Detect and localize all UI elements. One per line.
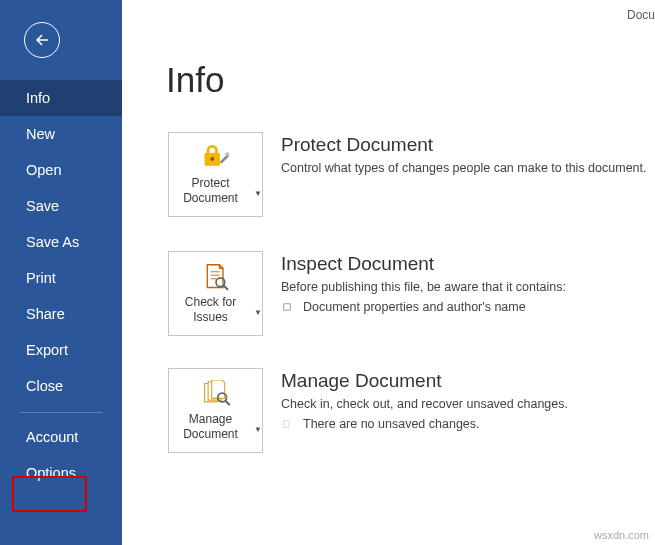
section-inspect: Check for Issues ▼ Inspect Document Befo…: [168, 251, 647, 336]
nav-label: Close: [26, 378, 63, 394]
chevron-down-icon: ▼: [254, 425, 262, 435]
svg-point-2: [225, 152, 229, 156]
nav-item-new[interactable]: New: [0, 116, 122, 152]
section-protect: Protect Document ▼ Protect Document Cont…: [168, 132, 647, 217]
section-desc: Before publishing this file, be aware th…: [281, 278, 566, 297]
nav-label: Open: [26, 162, 61, 178]
protect-document-button[interactable]: Protect Document ▼: [168, 132, 263, 217]
bullet-row: There are no unsaved changes.: [281, 417, 568, 431]
documents-search-icon: [201, 379, 231, 409]
nav-item-info[interactable]: Info: [0, 80, 122, 116]
nav-label: Info: [26, 90, 50, 106]
nav-label: Options: [26, 465, 76, 481]
nav-item-save-as[interactable]: Save As: [0, 224, 122, 260]
section-manage: Manage Document ▼ Manage Document Check …: [168, 368, 647, 453]
nav-item-print[interactable]: Print: [0, 260, 122, 296]
nav-label: Share: [26, 306, 65, 322]
section-desc: Control what types of changes people can…: [281, 159, 647, 178]
section-title: Manage Document: [281, 370, 568, 392]
section-desc: Check in, check out, and recover unsaved…: [281, 395, 568, 414]
nav-item-account[interactable]: Account: [0, 419, 122, 455]
nav-item-close[interactable]: Close: [0, 368, 122, 404]
nav-label: Print: [26, 270, 56, 286]
document-search-icon: [202, 262, 230, 292]
svg-rect-6: [284, 420, 289, 427]
check-for-issues-button[interactable]: Check for Issues ▼: [168, 251, 263, 336]
doc-title-partial: Docu: [627, 8, 655, 22]
lock-key-icon: [201, 143, 231, 173]
chevron-down-icon: ▼: [254, 308, 262, 318]
card-label: Check for Issues ▼: [169, 295, 262, 325]
doc-bullet-icon: [283, 420, 291, 428]
card-label: Manage Document ▼: [169, 412, 262, 442]
main-area: Docu Info Protect Document ▼ Protect Doc…: [122, 0, 655, 545]
sidebar: Info New Open Save Save As Print Share E…: [0, 0, 122, 545]
bullet-text: There are no unsaved changes.: [303, 417, 480, 431]
chevron-down-icon: ▼: [254, 189, 262, 199]
nav-divider: [20, 412, 102, 413]
nav-item-open[interactable]: Open: [0, 152, 122, 188]
nav-label: Account: [26, 429, 78, 445]
page-title: Info: [166, 60, 655, 100]
manage-document-button[interactable]: Manage Document ▼: [168, 368, 263, 453]
section-text: Manage Document Check in, check out, and…: [281, 368, 568, 431]
section-title: Protect Document: [281, 134, 647, 156]
svg-rect-4: [284, 304, 290, 310]
nav-label: Save As: [26, 234, 79, 250]
nav-label: Save: [26, 198, 59, 214]
nav-item-save[interactable]: Save: [0, 188, 122, 224]
watermark: wsxdn.com: [594, 529, 649, 541]
back-arrow-icon: [33, 31, 51, 49]
nav-item-share[interactable]: Share: [0, 296, 122, 332]
square-bullet-icon: [283, 303, 291, 311]
card-label: Protect Document ▼: [169, 176, 262, 206]
section-text: Protect Document Control what types of c…: [281, 132, 647, 178]
section-text: Inspect Document Before publishing this …: [281, 251, 566, 314]
nav-item-options[interactable]: Options: [0, 455, 122, 491]
bullet-row: Document properties and author's name: [281, 300, 566, 314]
nav-label: New: [26, 126, 55, 142]
nav-list: Info New Open Save Save As Print Share E…: [0, 80, 122, 491]
nav-item-export[interactable]: Export: [0, 332, 122, 368]
back-button[interactable]: [24, 22, 60, 58]
svg-point-1: [210, 157, 214, 161]
nav-label: Export: [26, 342, 68, 358]
section-title: Inspect Document: [281, 253, 566, 275]
bullet-text: Document properties and author's name: [303, 300, 526, 314]
